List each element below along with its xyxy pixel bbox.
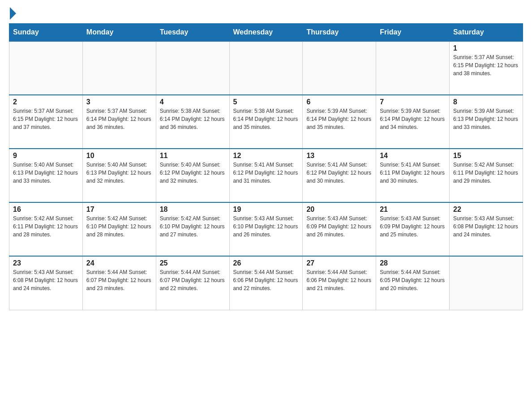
day-number: 9 (13, 152, 79, 160)
day-info: Sunrise: 5:44 AM Sunset: 6:07 PM Dayligh… (160, 268, 226, 292)
day-info: Sunrise: 5:43 AM Sunset: 6:09 PM Dayligh… (380, 214, 446, 239)
day-info: Sunrise: 5:39 AM Sunset: 6:14 PM Dayligh… (306, 107, 372, 131)
day-number: 27 (306, 259, 372, 267)
day-info: Sunrise: 5:44 AM Sunset: 6:07 PM Dayligh… (86, 268, 152, 292)
calendar-cell: 26Sunrise: 5:44 AM Sunset: 6:06 PM Dayli… (229, 256, 303, 310)
day-info: Sunrise: 5:42 AM Sunset: 6:11 PM Dayligh… (453, 161, 519, 185)
calendar-cell: 9Sunrise: 5:40 AM Sunset: 6:13 PM Daylig… (9, 149, 83, 202)
calendar-week-row: 9Sunrise: 5:40 AM Sunset: 6:13 PM Daylig… (9, 149, 523, 202)
logo (9, 9, 16, 16)
calendar-cell (229, 41, 303, 95)
calendar-cell: 28Sunrise: 5:44 AM Sunset: 6:05 PM Dayli… (376, 256, 450, 310)
calendar-cell: 20Sunrise: 5:43 AM Sunset: 6:09 PM Dayli… (303, 202, 376, 256)
calendar-cell: 7Sunrise: 5:39 AM Sunset: 6:14 PM Daylig… (376, 95, 450, 149)
calendar-cell: 17Sunrise: 5:42 AM Sunset: 6:10 PM Dayli… (82, 202, 156, 256)
calendar-cell: 1Sunrise: 5:37 AM Sunset: 6:15 PM Daylig… (450, 41, 523, 95)
day-info: Sunrise: 5:40 AM Sunset: 6:12 PM Dayligh… (160, 161, 226, 185)
day-info: Sunrise: 5:43 AM Sunset: 6:08 PM Dayligh… (13, 268, 79, 292)
day-info: Sunrise: 5:40 AM Sunset: 6:13 PM Dayligh… (13, 161, 79, 185)
day-info: Sunrise: 5:37 AM Sunset: 6:15 PM Dayligh… (13, 107, 79, 131)
day-number: 18 (160, 206, 226, 214)
calendar-cell: 24Sunrise: 5:44 AM Sunset: 6:07 PM Dayli… (82, 256, 156, 310)
column-header-thursday: Thursday (303, 24, 376, 42)
column-header-wednesday: Wednesday (229, 24, 303, 42)
column-header-sunday: Sunday (9, 24, 83, 42)
day-info: Sunrise: 5:38 AM Sunset: 6:14 PM Dayligh… (233, 107, 299, 131)
calendar-table: SundayMondayTuesdayWednesdayThursdayFrid… (9, 23, 523, 310)
day-number: 28 (380, 259, 446, 267)
day-info: Sunrise: 5:42 AM Sunset: 6:10 PM Dayligh… (160, 214, 226, 239)
day-number: 3 (86, 98, 152, 106)
day-info: Sunrise: 5:42 AM Sunset: 6:11 PM Dayligh… (13, 214, 79, 239)
day-number: 6 (306, 98, 372, 106)
calendar-cell: 12Sunrise: 5:41 AM Sunset: 6:12 PM Dayli… (229, 149, 303, 202)
calendar-cell: 10Sunrise: 5:40 AM Sunset: 6:13 PM Dayli… (82, 149, 156, 202)
day-info: Sunrise: 5:43 AM Sunset: 6:09 PM Dayligh… (306, 214, 372, 239)
column-header-saturday: Saturday (450, 24, 523, 42)
calendar-cell: 18Sunrise: 5:42 AM Sunset: 6:10 PM Dayli… (156, 202, 229, 256)
day-number: 1 (453, 44, 519, 52)
day-number: 2 (13, 98, 79, 106)
calendar-cell: 3Sunrise: 5:37 AM Sunset: 6:14 PM Daylig… (82, 95, 156, 149)
day-info: Sunrise: 5:37 AM Sunset: 6:14 PM Dayligh… (86, 107, 152, 131)
day-number: 11 (160, 152, 226, 160)
day-number: 7 (380, 98, 446, 106)
calendar-cell: 23Sunrise: 5:43 AM Sunset: 6:08 PM Dayli… (9, 256, 83, 310)
day-info: Sunrise: 5:41 AM Sunset: 6:12 PM Dayligh… (233, 161, 299, 185)
calendar-cell: 6Sunrise: 5:39 AM Sunset: 6:14 PM Daylig… (303, 95, 376, 149)
column-header-tuesday: Tuesday (156, 24, 229, 42)
day-info: Sunrise: 5:44 AM Sunset: 6:05 PM Dayligh… (380, 268, 446, 292)
calendar-week-row: 2Sunrise: 5:37 AM Sunset: 6:15 PM Daylig… (9, 95, 523, 149)
day-number: 16 (13, 206, 79, 214)
day-number: 13 (306, 152, 372, 160)
page-header (9, 9, 523, 16)
day-info: Sunrise: 5:43 AM Sunset: 6:10 PM Dayligh… (233, 214, 299, 239)
day-number: 8 (453, 98, 519, 106)
day-number: 24 (86, 259, 152, 267)
calendar-cell (82, 41, 156, 95)
day-info: Sunrise: 5:38 AM Sunset: 6:14 PM Dayligh… (160, 107, 226, 131)
day-info: Sunrise: 5:43 AM Sunset: 6:08 PM Dayligh… (453, 214, 519, 239)
day-number: 19 (233, 206, 299, 214)
day-number: 14 (380, 152, 446, 160)
day-number: 5 (233, 98, 299, 106)
day-number: 26 (233, 259, 299, 267)
day-info: Sunrise: 5:44 AM Sunset: 6:06 PM Dayligh… (306, 268, 372, 292)
day-info: Sunrise: 5:42 AM Sunset: 6:10 PM Dayligh… (86, 214, 152, 239)
day-number: 10 (86, 152, 152, 160)
day-info: Sunrise: 5:44 AM Sunset: 6:06 PM Dayligh… (233, 268, 299, 292)
calendar-week-row: 23Sunrise: 5:43 AM Sunset: 6:08 PM Dayli… (9, 256, 523, 310)
calendar-cell: 8Sunrise: 5:39 AM Sunset: 6:13 PM Daylig… (450, 95, 523, 149)
calendar-cell (450, 256, 523, 310)
column-header-monday: Monday (82, 24, 156, 42)
day-info: Sunrise: 5:39 AM Sunset: 6:14 PM Dayligh… (380, 107, 446, 131)
calendar-cell (303, 41, 376, 95)
day-number: 12 (233, 152, 299, 160)
calendar-header-row: SundayMondayTuesdayWednesdayThursdayFrid… (9, 24, 523, 42)
day-number: 17 (86, 206, 152, 214)
column-header-friday: Friday (376, 24, 450, 42)
calendar-cell: 2Sunrise: 5:37 AM Sunset: 6:15 PM Daylig… (9, 95, 83, 149)
logo-arrow-icon (10, 7, 16, 20)
calendar-cell: 25Sunrise: 5:44 AM Sunset: 6:07 PM Dayli… (156, 256, 229, 310)
calendar-week-row: 1Sunrise: 5:37 AM Sunset: 6:15 PM Daylig… (9, 41, 523, 95)
day-number: 23 (13, 259, 79, 267)
day-number: 15 (453, 152, 519, 160)
calendar-cell: 19Sunrise: 5:43 AM Sunset: 6:10 PM Dayli… (229, 202, 303, 256)
day-number: 25 (160, 259, 226, 267)
calendar-cell: 21Sunrise: 5:43 AM Sunset: 6:09 PM Dayli… (376, 202, 450, 256)
day-info: Sunrise: 5:41 AM Sunset: 6:12 PM Dayligh… (306, 161, 372, 185)
calendar-cell: 14Sunrise: 5:41 AM Sunset: 6:11 PM Dayli… (376, 149, 450, 202)
day-info: Sunrise: 5:40 AM Sunset: 6:13 PM Dayligh… (86, 161, 152, 185)
calendar-week-row: 16Sunrise: 5:42 AM Sunset: 6:11 PM Dayli… (9, 202, 523, 256)
calendar-cell: 11Sunrise: 5:40 AM Sunset: 6:12 PM Dayli… (156, 149, 229, 202)
calendar-cell (156, 41, 229, 95)
day-number: 21 (380, 206, 446, 214)
calendar-cell: 15Sunrise: 5:42 AM Sunset: 6:11 PM Dayli… (450, 149, 523, 202)
calendar-cell: 22Sunrise: 5:43 AM Sunset: 6:08 PM Dayli… (450, 202, 523, 256)
day-info: Sunrise: 5:39 AM Sunset: 6:13 PM Dayligh… (453, 107, 519, 131)
day-info: Sunrise: 5:37 AM Sunset: 6:15 PM Dayligh… (453, 53, 519, 77)
day-info: Sunrise: 5:41 AM Sunset: 6:11 PM Dayligh… (380, 161, 446, 185)
calendar-cell (9, 41, 83, 95)
day-number: 20 (306, 206, 372, 214)
